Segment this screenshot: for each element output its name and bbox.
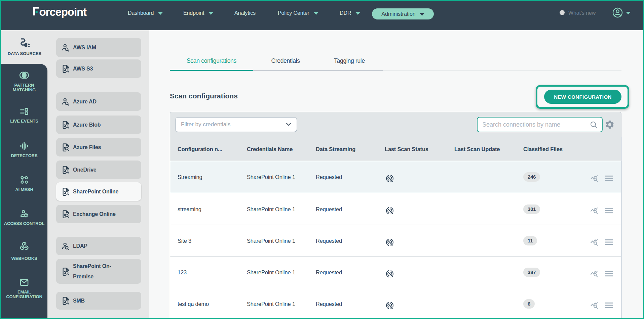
svg-text:orcepoint: orcepoint — [39, 6, 87, 18]
